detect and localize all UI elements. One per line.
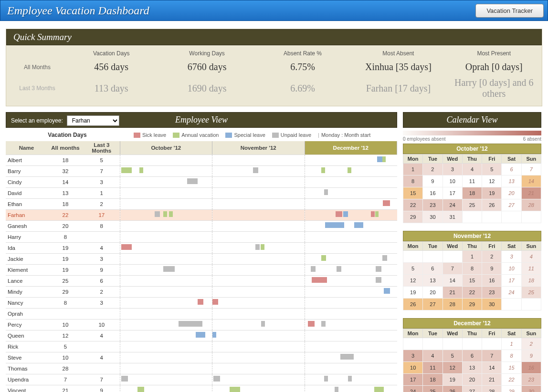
calendar-day[interactable]: 11 [462, 175, 482, 187]
calendar-day[interactable]: 22 [403, 199, 423, 211]
calendar-day[interactable]: 24 [403, 386, 423, 392]
calendar-day[interactable]: 24 [502, 287, 521, 299]
table-row[interactable]: Harry8 [6, 232, 397, 243]
table-row[interactable]: Ganesh208 [6, 221, 397, 232]
calendar-day[interactable]: 23 [423, 199, 443, 211]
calendar-day[interactable]: 3 [443, 164, 462, 175]
table-row[interactable]: Upendra77 [6, 374, 397, 385]
calendar-day[interactable]: 25 [423, 386, 443, 392]
calendar-day[interactable]: 15 [403, 187, 423, 199]
calendar-day[interactable]: 16 [521, 362, 541, 374]
calendar-day[interactable]: 2 [423, 164, 443, 175]
calendar-day[interactable]: 27 [502, 199, 521, 211]
calendar-day[interactable]: 10 [502, 263, 521, 275]
table-row[interactable]: Thomas28 [6, 363, 397, 374]
table-row[interactable]: Queen124 [6, 330, 397, 341]
calendar-day[interactable]: 29 [502, 386, 521, 392]
calendar-day[interactable]: 8 [403, 175, 423, 187]
calendar-day[interactable]: 2 [521, 338, 541, 350]
calendar-day[interactable]: 20 [423, 287, 443, 299]
table-row[interactable]: Ida194 [6, 243, 397, 254]
calendar-day[interactable]: 18 [462, 187, 482, 199]
calendar-day[interactable]: 12 [403, 275, 423, 287]
calendar-day[interactable]: 13 [423, 275, 443, 287]
calendar-day[interactable]: 26 [403, 299, 423, 310]
calendar-day[interactable]: 19 [443, 374, 462, 386]
calendar-day[interactable]: 24 [443, 199, 462, 211]
calendar-day[interactable]: 30 [482, 299, 502, 310]
calendar-day[interactable]: 20 [462, 374, 482, 386]
table-row[interactable]: Mindy292 [6, 287, 397, 298]
calendar-day[interactable]: 14 [443, 275, 462, 287]
table-row[interactable]: Rick5 [6, 341, 397, 352]
calendar-day[interactable]: 9 [521, 350, 541, 362]
calendar-day[interactable]: 7 [521, 164, 541, 175]
calendar-day[interactable]: 31 [443, 211, 462, 223]
table-row[interactable]: Cindy143 [6, 177, 397, 188]
calendar-day[interactable]: 23 [521, 374, 541, 386]
table-row[interactable]: Barry327 [6, 166, 397, 177]
calendar-day[interactable]: 23 [482, 287, 502, 299]
calendar-day[interactable]: 10 [403, 362, 423, 374]
table-row[interactable]: Jackie193 [6, 254, 397, 265]
calendar-day[interactable]: 6 [462, 350, 482, 362]
calendar-day[interactable]: 29 [403, 211, 423, 223]
calendar-day[interactable]: 5 [403, 263, 423, 275]
calendar-day[interactable]: 25 [521, 287, 541, 299]
calendar-day[interactable]: 15 [502, 362, 521, 374]
table-row[interactable]: Lance256 [6, 276, 397, 287]
calendar-day[interactable]: 2 [482, 251, 502, 263]
calendar-day[interactable]: 18 [521, 275, 541, 287]
calendar-day[interactable]: 7 [482, 350, 502, 362]
calendar-day[interactable]: 14 [482, 362, 502, 374]
table-row[interactable]: Vincent219 [6, 385, 397, 392]
calendar-day[interactable]: 16 [482, 275, 502, 287]
table-row[interactable]: Oprah [6, 309, 397, 320]
table-row[interactable]: Ethan182 [6, 199, 397, 210]
calendar-day[interactable]: 26 [443, 386, 462, 392]
calendar-day[interactable]: 27 [423, 299, 443, 310]
calendar-day[interactable]: 1 [502, 338, 521, 350]
calendar-day[interactable]: 21 [443, 287, 462, 299]
calendar-day[interactable]: 25 [462, 199, 482, 211]
calendar-day[interactable]: 9 [482, 263, 502, 275]
calendar-day[interactable]: 4 [462, 164, 482, 175]
table-row[interactable]: Farhan2217 [6, 210, 397, 221]
calendar-day[interactable]: 29 [462, 299, 482, 310]
table-row[interactable]: Klement199 [6, 265, 397, 276]
calendar-day[interactable]: 28 [443, 299, 462, 310]
calendar-day[interactable]: 19 [482, 187, 502, 199]
calendar-day[interactable]: 6 [423, 263, 443, 275]
calendar-day[interactable]: 13 [462, 362, 482, 374]
calendar-day[interactable]: 15 [462, 275, 482, 287]
calendar-day[interactable]: 8 [462, 263, 482, 275]
calendar-day[interactable]: 11 [521, 263, 541, 275]
calendar-day[interactable]: 10 [443, 175, 462, 187]
calendar-day[interactable]: 12 [443, 362, 462, 374]
calendar-day[interactable]: 1 [403, 164, 423, 175]
calendar-day[interactable]: 30 [521, 386, 541, 392]
calendar-day[interactable]: 7 [443, 263, 462, 275]
vacation-tracker-button[interactable]: Vacation Tracker [475, 4, 544, 18]
calendar-day[interactable]: 20 [502, 187, 521, 199]
calendar-day[interactable]: 28 [482, 386, 502, 392]
calendar-day[interactable]: 13 [502, 175, 521, 187]
calendar-day[interactable]: 17 [502, 275, 521, 287]
calendar-day[interactable]: 4 [423, 350, 443, 362]
calendar-day[interactable]: 3 [403, 350, 423, 362]
calendar-day[interactable]: 4 [521, 251, 541, 263]
calendar-day[interactable]: 21 [521, 187, 541, 199]
calendar-day[interactable]: 11 [423, 362, 443, 374]
calendar-day[interactable]: 28 [521, 199, 541, 211]
calendar-day[interactable]: 17 [443, 187, 462, 199]
calendar-day[interactable]: 6 [502, 164, 521, 175]
table-row[interactable]: Nancy83 [6, 298, 397, 309]
table-row[interactable]: Albert185 [6, 155, 397, 166]
calendar-day[interactable]: 27 [462, 386, 482, 392]
calendar-day[interactable]: 18 [423, 374, 443, 386]
calendar-day[interactable]: 12 [482, 175, 502, 187]
calendar-day[interactable]: 17 [403, 374, 423, 386]
calendar-day[interactable]: 21 [482, 374, 502, 386]
calendar-day[interactable]: 1 [462, 251, 482, 263]
calendar-day[interactable]: 16 [423, 187, 443, 199]
